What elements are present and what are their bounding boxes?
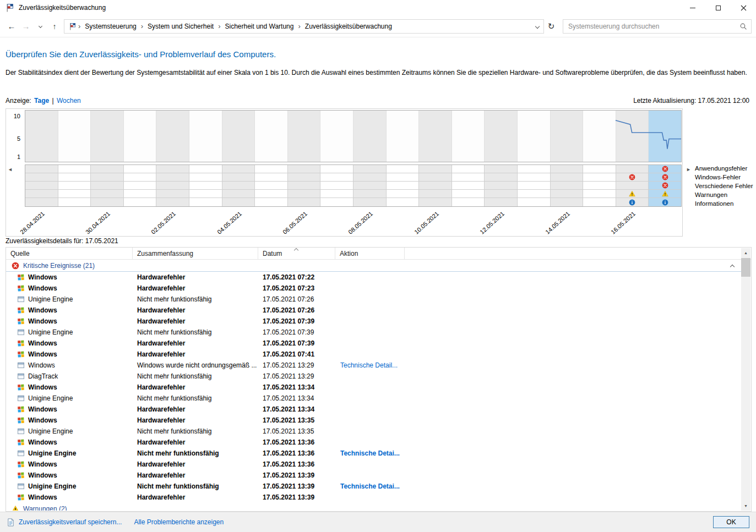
event-cell[interactable]	[124, 173, 157, 181]
detail-row[interactable]: DiagTrackNicht mehr funktionsfähig17.05.…	[6, 371, 742, 382]
event-cell[interactable]	[222, 173, 255, 181]
event-cell[interactable]	[583, 198, 616, 206]
event-cell[interactable]	[320, 198, 353, 206]
breadcrumb-item[interactable]: Sicherheit und Wartung	[222, 23, 296, 30]
event-cell[interactable]	[222, 182, 255, 189]
event-cell[interactable]	[255, 173, 288, 181]
scrollbar-thumb[interactable]	[741, 258, 750, 277]
event-cell[interactable]	[25, 173, 58, 181]
maximize-button[interactable]	[705, 0, 731, 15]
event-cell[interactable]	[320, 173, 353, 181]
save-history-link[interactable]: Zuverlässigkeitsverlauf speichern...	[19, 518, 122, 526]
detail-row[interactable]: WindowsHardwarefehler17.05.2021 07:39	[6, 316, 742, 327]
event-cell[interactable]	[91, 165, 124, 173]
event-cell[interactable]	[583, 190, 616, 198]
breadcrumb-item[interactable]: Systemsteuerung	[82, 23, 139, 30]
event-cell[interactable]	[320, 182, 353, 189]
event-cell[interactable]	[288, 182, 321, 189]
detail-row[interactable]: WindowsHardwarefehler17.05.2021 13:36	[6, 437, 742, 448]
up-button[interactable]: ↑	[47, 19, 62, 34]
event-cell[interactable]	[583, 182, 616, 189]
event-cell[interactable]	[189, 190, 222, 198]
forward-button[interactable]: →	[19, 19, 33, 34]
detail-row[interactable]: Unigine EngineNicht mehr funktionsfähig1…	[6, 448, 742, 459]
event-cell[interactable]	[649, 198, 681, 206]
detail-row[interactable]: WindowsHardwarefehler17.05.2021 13:34	[6, 404, 742, 415]
event-cell[interactable]	[485, 198, 518, 206]
event-cell[interactable]	[189, 182, 222, 189]
event-cell[interactable]	[124, 198, 157, 206]
event-cell[interactable]	[189, 198, 222, 206]
view-all-reports-link[interactable]: Alle Problemberichte anzeigen	[134, 518, 224, 526]
event-cell[interactable]	[156, 165, 189, 173]
event-cell[interactable]	[452, 173, 485, 181]
detail-row[interactable]: WindowsHardwarefehler17.05.2021 13:36	[6, 459, 742, 470]
event-cell[interactable]	[452, 182, 485, 189]
breadcrumb-item[interactable]: Zuverlässigkeitsüberwachung	[302, 23, 395, 30]
event-cell[interactable]	[649, 190, 681, 198]
detail-row[interactable]: WindowsHardwarefehler17.05.2021 07:26	[6, 305, 742, 316]
view-days-link[interactable]: Tage	[34, 97, 49, 105]
event-cell[interactable]	[518, 165, 551, 173]
event-cell[interactable]	[91, 173, 124, 181]
table-scrollbar[interactable]: ▲ ▼	[741, 248, 750, 511]
technical-details-link[interactable]: Technische Detai...	[340, 449, 400, 457]
event-cell[interactable]	[583, 165, 616, 173]
chart-scroll-right-icon[interactable]: ►	[686, 167, 691, 172]
event-cell[interactable]	[649, 165, 681, 173]
event-cell[interactable]	[25, 198, 58, 206]
event-cell[interactable]	[452, 198, 485, 206]
event-cell[interactable]	[222, 198, 255, 206]
event-cell[interactable]	[616, 198, 649, 206]
scrollbar-up-icon[interactable]: ▲	[741, 248, 750, 257]
recent-pages-dropdown[interactable]	[33, 19, 47, 34]
event-cell[interactable]	[452, 190, 485, 198]
event-cell[interactable]	[419, 198, 452, 206]
warnings-group-header[interactable]: Warnungen (2)	[6, 503, 742, 511]
event-cell[interactable]	[616, 165, 649, 173]
event-cell[interactable]	[353, 165, 387, 173]
event-cell[interactable]	[518, 190, 551, 198]
column-header-zusammenfassung[interactable]: Zusammenfassung	[133, 248, 258, 259]
column-header-datum[interactable]: Datum	[258, 248, 335, 259]
detail-row[interactable]: Unigine EngineNicht mehr funktionsfähig1…	[6, 481, 742, 492]
event-cell[interactable]	[485, 182, 518, 189]
event-cell[interactable]	[91, 190, 124, 198]
event-cell[interactable]	[25, 165, 58, 173]
detail-row[interactable]: Unigine EngineNicht mehr funktionsfähig1…	[6, 426, 742, 437]
detail-row[interactable]: Unigine EngineNicht mehr funktionsfähig1…	[6, 327, 742, 338]
column-header-quelle[interactable]: Quelle	[6, 248, 133, 259]
event-cell[interactable]	[255, 190, 288, 198]
event-cell[interactable]	[452, 165, 485, 173]
event-cell[interactable]	[387, 165, 420, 173]
event-cell[interactable]	[353, 190, 387, 198]
event-cell[interactable]	[58, 190, 91, 198]
event-cell[interactable]	[616, 182, 649, 189]
event-cell[interactable]	[58, 173, 91, 181]
event-cell[interactable]	[387, 173, 420, 181]
event-cell[interactable]	[91, 182, 124, 189]
event-cell[interactable]	[124, 165, 157, 173]
address-dropdown-icon[interactable]	[535, 24, 540, 28]
event-cell[interactable]	[353, 173, 387, 181]
event-cell[interactable]	[58, 182, 91, 189]
breadcrumb-item[interactable]: System und Sicherheit	[145, 23, 216, 30]
event-cell[interactable]	[255, 198, 288, 206]
technical-details-link[interactable]: Technische Detai...	[340, 482, 400, 490]
event-cell[interactable]	[419, 182, 452, 189]
event-cell[interactable]	[320, 165, 353, 173]
event-cell[interactable]	[124, 190, 157, 198]
detail-row[interactable]: WindowsHardwarefehler17.05.2021 07:41	[6, 349, 742, 360]
event-cell[interactable]	[189, 173, 222, 181]
event-cell[interactable]	[518, 182, 551, 189]
event-cell[interactable]	[485, 173, 518, 181]
detail-row[interactable]: WindowsHardwarefehler17.05.2021 07:22	[6, 272, 742, 283]
event-cell[interactable]	[649, 173, 681, 181]
collapse-group-icon[interactable]	[730, 265, 735, 269]
event-cell[interactable]	[353, 198, 387, 206]
event-cell[interactable]	[156, 173, 189, 181]
event-cell[interactable]	[551, 165, 584, 173]
event-cell[interactable]	[189, 165, 222, 173]
search-icon[interactable]	[736, 23, 751, 30]
event-cell[interactable]	[419, 190, 452, 198]
